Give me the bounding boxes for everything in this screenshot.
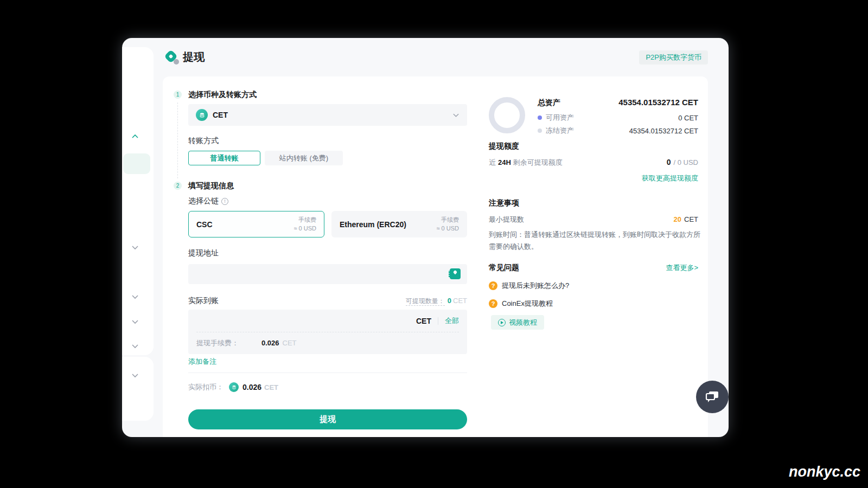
withdraw-submit-button[interactable]: 提现 bbox=[188, 409, 467, 429]
withdraw-fee-label: 提现手续费： bbox=[196, 338, 239, 348]
available-label: 可提现数量： bbox=[406, 297, 445, 306]
frozen-assets-label: 冻结资产 bbox=[546, 126, 574, 136]
limit-rest: / 0 USD bbox=[673, 158, 698, 166]
limit-value: 0 bbox=[667, 158, 671, 166]
video-tutorial-button[interactable]: 视频教程 bbox=[491, 315, 544, 330]
faq-item-2[interactable]: ? CoinEx提现教程 bbox=[489, 299, 553, 309]
chat-bubbles-icon bbox=[705, 390, 720, 404]
cet-coin-icon bbox=[196, 109, 208, 121]
withdraw-address-input[interactable] bbox=[188, 264, 467, 284]
arrival-time-note: 到账时间：普通转账通过区块链提现转账，到账时间取决于收款方所需要的确认数。 bbox=[489, 229, 700, 253]
question-icon: ? bbox=[489, 299, 497, 308]
page-title: 提现 bbox=[183, 50, 205, 65]
coin-select[interactable]: CET bbox=[188, 104, 467, 126]
total-assets-value: 45354.01532712 CET bbox=[618, 98, 698, 107]
step1-title: 选择币种及转账方式 bbox=[188, 90, 257, 100]
available-amount: 可提现数量：0CET bbox=[406, 296, 467, 306]
question-icon: ? bbox=[489, 281, 497, 290]
amount-input-box[interactable]: CET 全部 提现手续费： 0.026 CET bbox=[188, 310, 467, 354]
limit-section-title: 提现额度 bbox=[489, 142, 519, 151]
chevron-down-icon[interactable] bbox=[131, 245, 139, 250]
add-note-link[interactable]: 添加备注 bbox=[188, 357, 216, 367]
p2p-buy-button[interactable]: P2P购买数字货币 bbox=[639, 50, 708, 65]
chain-fee-label: 手续费 bbox=[441, 216, 459, 223]
chat-support-button[interactable] bbox=[696, 381, 729, 413]
chevron-down-icon[interactable] bbox=[131, 344, 139, 349]
withdraw-form-card: 1 选择币种及转账方式 CET 转账方式 普通转账 站内转账 (免费) 2 填写… bbox=[163, 76, 708, 437]
chain-name: CSC bbox=[196, 220, 213, 229]
chain-option-csc[interactable]: CSC 手续费≈ 0 USD bbox=[188, 211, 324, 237]
total-assets-label: 总资产 bbox=[538, 98, 560, 108]
deduction-label: 实际扣币： bbox=[188, 382, 224, 392]
transfer-method-label: 转账方式 bbox=[188, 136, 219, 146]
max-amount-button[interactable]: 全部 bbox=[445, 316, 459, 326]
withdraw-window: 提现 P2P购买数字货币 1 选择币种及转账方式 CET 转账方式 普通转账 站… bbox=[122, 38, 729, 437]
divider bbox=[188, 373, 467, 373]
step-connector bbox=[177, 102, 178, 178]
min-withdraw-value: 20 bbox=[674, 215, 681, 223]
step2-badge: 2 bbox=[174, 182, 182, 190]
frozen-assets-value: 45354.01532712 CET bbox=[629, 127, 698, 135]
available-assets-label: 可用资产 bbox=[546, 113, 574, 123]
sidebar-panel-secondary bbox=[122, 357, 154, 421]
chain-fee-label: 手续费 bbox=[298, 216, 316, 223]
min-withdraw-value-group: 20CET bbox=[674, 215, 698, 223]
faq-question: 提现后未到账怎么办? bbox=[502, 281, 569, 291]
available-value: 0 bbox=[448, 297, 451, 305]
chevron-down-icon bbox=[452, 113, 459, 118]
chain-label: 选择公链! bbox=[188, 196, 228, 206]
limit-prefix: 近 bbox=[489, 158, 496, 166]
withdraw-page-icon bbox=[165, 51, 180, 65]
chain-option-ethereum[interactable]: Ethereum (ERC20) 手续费≈ 0 USD bbox=[331, 211, 467, 237]
faq-question: CoinEx提现教程 bbox=[502, 299, 553, 309]
coin-select-value: CET bbox=[213, 111, 228, 119]
watermark: nonkyc.cc bbox=[789, 464, 860, 480]
chain-fee-value: ≈ 0 USD bbox=[294, 225, 317, 232]
step2-title: 填写提现信息 bbox=[188, 181, 234, 191]
video-tutorial-label: 视频教程 bbox=[509, 318, 537, 328]
limit-row-value: 0/ 0 USD bbox=[667, 158, 698, 166]
faq-view-more-link[interactable]: 查看更多> bbox=[666, 263, 698, 273]
asset-summary: 总资产 45354.01532712 CET 可用资产 0 CET 冻结资产 4… bbox=[538, 98, 698, 136]
transfer-internal-button[interactable]: 站内转账 (免费) bbox=[265, 151, 343, 165]
play-icon bbox=[498, 319, 506, 326]
cet-coin-icon bbox=[229, 382, 239, 392]
frozen-legend-dot bbox=[538, 129, 542, 133]
deduction-value: 0.026 bbox=[242, 383, 261, 391]
chevron-up-icon[interactable] bbox=[131, 134, 139, 139]
faq-item-1[interactable]: ? 提现后未到账怎么办? bbox=[489, 281, 569, 291]
asset-donut-chart bbox=[489, 97, 525, 133]
transfer-normal-button[interactable]: 普通转账 bbox=[188, 151, 260, 165]
min-withdraw-label: 最小提现数 bbox=[489, 215, 524, 224]
increase-limit-link[interactable]: 获取更高提现额度 bbox=[489, 174, 698, 183]
chevron-down-icon[interactable] bbox=[131, 373, 139, 378]
amount-currency: CET bbox=[416, 317, 431, 325]
available-assets-value: 0 CET bbox=[678, 114, 698, 122]
faq-section-title: 常见问题 bbox=[489, 263, 519, 273]
step1-badge: 1 bbox=[174, 91, 182, 99]
available-unit: CET bbox=[453, 297, 467, 305]
notes-section-title: 注意事项 bbox=[489, 198, 519, 208]
limit-suffix: 剩余可提现额度 bbox=[513, 158, 563, 166]
chain-fee-value: ≈ 0 USD bbox=[437, 225, 459, 232]
address-book-icon[interactable] bbox=[450, 268, 461, 279]
divider bbox=[438, 317, 438, 325]
limit-row-label: 近24H剩余可提现额度 bbox=[489, 158, 563, 168]
chevron-down-icon[interactable] bbox=[131, 319, 139, 324]
address-label: 提现地址 bbox=[188, 248, 219, 258]
deduction-unit: CET bbox=[264, 383, 278, 391]
chain-name: Ethereum (ERC20) bbox=[340, 220, 406, 229]
available-legend-dot bbox=[538, 115, 542, 120]
sidebar-active-item[interactable] bbox=[123, 153, 150, 174]
sidebar-panel bbox=[122, 47, 154, 355]
withdraw-fee-unit: CET bbox=[283, 339, 297, 347]
min-withdraw-unit: CET bbox=[684, 215, 698, 223]
withdraw-fee-value: 0.026 bbox=[261, 339, 279, 347]
amount-label: 实际到账 bbox=[188, 296, 219, 306]
info-icon[interactable]: ! bbox=[221, 198, 228, 205]
chain-label-text: 选择公链 bbox=[188, 196, 219, 205]
chevron-down-icon[interactable] bbox=[131, 294, 139, 299]
limit-24h: 24H bbox=[498, 158, 511, 166]
